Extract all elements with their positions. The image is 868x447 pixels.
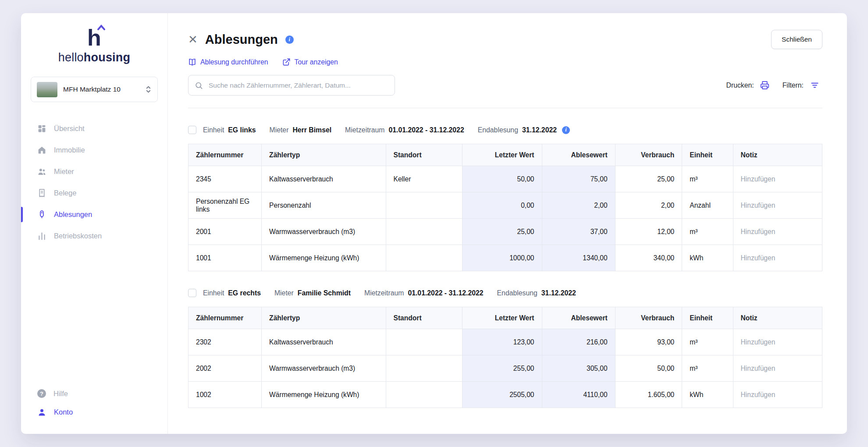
meter-type-cell: Kaltwasserverbrauch [262, 329, 386, 355]
end-reading-label: Endablesung [497, 289, 537, 297]
reading-value-cell[interactable]: 1340,00 [542, 245, 615, 271]
link-ablesung-durchfuehren[interactable]: Ablesung durchführen [188, 58, 268, 66]
sidebar-item-konto[interactable]: Konto [21, 403, 167, 422]
location-cell [386, 355, 462, 382]
end-reading-value: 31.12.2022 [522, 126, 557, 134]
search-icon [195, 81, 203, 89]
sidebar-item-betriebskosten[interactable]: Betriebskosten [21, 225, 167, 247]
print-filter-tools: Drucken: Filtern: [726, 78, 823, 93]
search-input[interactable] [188, 75, 395, 96]
reading-value-cell[interactable]: 37,00 [542, 219, 615, 245]
link-tour-anzeigen[interactable]: Tour anzeigen [282, 58, 338, 66]
consumption-cell: 12,00 [615, 219, 682, 245]
last-value-cell[interactable]: 2505,00 [462, 382, 542, 408]
unit-cell: kWh [682, 382, 733, 408]
divider [188, 108, 822, 108]
end-reading-info-icon[interactable]: i [562, 126, 570, 134]
chart-icon [37, 231, 46, 241]
meter-type-cell: Personenzahl [262, 192, 386, 219]
last-value-cell[interactable]: 255,00 [462, 355, 542, 382]
home-icon [37, 145, 46, 155]
consumption-cell: 340,00 [615, 245, 682, 271]
reading-value-cell[interactable]: 305,00 [542, 355, 615, 382]
col-header-notiz: Notiz [733, 144, 822, 166]
col-header-standort: Standort [386, 144, 462, 166]
meter-number-cell: 2345 [189, 166, 262, 192]
tenant-group: Mieter Familie Schmidt [274, 289, 351, 297]
unit-section: Einheit EG rechts Mieter Familie Schmidt… [188, 289, 822, 408]
last-value-cell[interactable]: 25,00 [462, 219, 542, 245]
title-info-icon[interactable]: i [285, 35, 294, 44]
period-label: Mietzeitraum [345, 126, 384, 134]
unit-section: Einheit EG links Mieter Herr Bimsel Miet… [188, 126, 822, 271]
sidebar-item-label: Hilfe [53, 390, 68, 398]
sidebar-item-uebersicht[interactable]: Übersicht [21, 118, 167, 139]
col-header-einheit: Einheit [682, 307, 733, 329]
unit-cell: m³ [682, 166, 733, 192]
col-header-letzter-wert: Letzter Wert [462, 144, 542, 166]
meter-number-cell: 2001 [189, 219, 262, 245]
unit-checkbox[interactable] [188, 126, 196, 134]
receipt-icon [37, 188, 46, 198]
filter-icon[interactable] [807, 78, 822, 93]
external-link-icon [282, 58, 291, 66]
sidebar-item-belege[interactable]: Belege [21, 182, 167, 204]
period-label: Mietzeitraum [364, 289, 404, 297]
meter-number-cell: 1002 [189, 382, 262, 408]
close-icon[interactable]: ✕ [188, 34, 198, 45]
last-value-cell[interactable]: 123,00 [462, 329, 542, 355]
unit-label: Einheit [203, 289, 224, 297]
note-add-link[interactable]: Hinzufügen [733, 382, 822, 408]
sidebar-item-immobilie[interactable]: Immobilie [21, 139, 167, 161]
logo-h-icon: h [87, 26, 101, 49]
table-row: 1001 Wärmemenge Heizung (kWh) 1000,00 13… [189, 245, 822, 271]
col-header-notiz: Notiz [733, 307, 822, 329]
note-add-link[interactable]: Hinzufügen [733, 166, 822, 192]
sidebar-item-label: Belege [54, 189, 76, 197]
location-cell: Keller [386, 166, 462, 192]
people-icon [37, 167, 46, 176]
period-group: Mietzeitraum 01.01.2022 - 31.12.2022 [364, 289, 484, 297]
unit-cell: kWh [682, 245, 733, 271]
unit-checkbox[interactable] [188, 289, 196, 297]
meter-number-cell: 2002 [189, 355, 262, 382]
meter-type-cell: Warmwasserverbrauch (m3) [262, 219, 386, 245]
meter-number-cell: 1001 [189, 245, 262, 271]
reading-value-cell[interactable]: 2,00 [542, 192, 615, 219]
reading-value-cell[interactable]: 216,00 [542, 329, 615, 355]
sidebar-item-mieter[interactable]: Mieter [21, 161, 167, 182]
sidebar-item-ablesungen[interactable]: Ablesungen [21, 204, 167, 225]
unit-cell: m³ [682, 219, 733, 245]
search-box [188, 75, 395, 96]
sidebar-item-label: Betriebskosten [54, 232, 102, 240]
note-add-link[interactable]: Hinzufügen [733, 219, 822, 245]
col-header-einheit: Einheit [682, 144, 733, 166]
reading-value-cell[interactable]: 4110,00 [542, 382, 615, 408]
reading-value-cell[interactable]: 75,00 [542, 166, 615, 192]
period-value: 01.01.2022 - 31.12.2022 [389, 126, 464, 134]
property-selector[interactable]: MFH Marktplatz 10 [31, 77, 158, 102]
consumption-cell: 2,00 [615, 192, 682, 219]
action-links: Ablesung durchführen Tour anzeigen [188, 58, 822, 66]
last-value-cell[interactable]: 1000,00 [462, 245, 542, 271]
last-value-cell[interactable]: 0,00 [462, 192, 542, 219]
period-value: 01.01.2022 - 31.12.2022 [408, 289, 483, 297]
end-reading-value: 31.12.2022 [541, 289, 576, 297]
printer-icon[interactable] [757, 78, 773, 93]
property-thumbnail [37, 82, 57, 97]
sidebar-item-hilfe[interactable]: ? Hilfe [21, 384, 167, 403]
filter-label: Filtern: [783, 82, 804, 89]
table-row: 2302 Kaltwasserverbrauch 123,00 216,00 9… [189, 329, 822, 355]
unit-section-header: Einheit EG links Mieter Herr Bimsel Miet… [188, 126, 822, 134]
note-add-link[interactable]: Hinzufügen [733, 355, 822, 382]
last-value-cell[interactable]: 50,00 [462, 166, 542, 192]
tenant-group: Mieter Herr Bimsel [270, 126, 332, 134]
note-add-link[interactable]: Hinzufügen [733, 329, 822, 355]
col-header-standort: Standort [386, 307, 462, 329]
col-header-zaehlernummer: Zählernummer [189, 144, 262, 166]
note-add-link[interactable]: Hinzufügen [733, 245, 822, 271]
consumption-cell: 1.605,00 [615, 382, 682, 408]
note-add-link[interactable]: Hinzufügen [733, 192, 822, 219]
schliessen-button[interactable]: Schließen [771, 30, 822, 49]
brand-logo: h hellohousing [58, 26, 130, 64]
